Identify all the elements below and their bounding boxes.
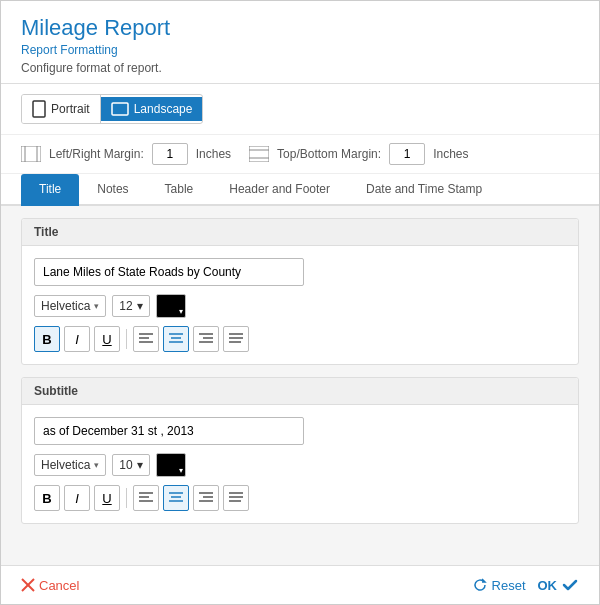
tab-title[interactable]: Title [21, 174, 79, 206]
title-text-input[interactable] [34, 258, 304, 286]
subtitle-style-divider [126, 488, 127, 508]
align-right-icon [199, 333, 213, 345]
subtitle-color-picker[interactable] [156, 453, 186, 477]
svg-rect-1 [112, 103, 128, 115]
title-section-header: Title [22, 219, 578, 246]
subtitle-font-select[interactable]: Helvetica ▾ [34, 454, 106, 476]
top-bottom-margin-input[interactable] [389, 143, 425, 165]
title-size-label: 12 [119, 299, 132, 313]
title-align-right-button[interactable] [193, 326, 219, 352]
subtitle-underline-button[interactable]: U [94, 485, 120, 511]
title-size-chevron: ▾ [137, 299, 143, 313]
tab-date-time-stamp[interactable]: Date and Time Stamp [348, 174, 500, 206]
align-justify-icon [229, 333, 243, 345]
ok-button[interactable]: OK [538, 576, 580, 594]
title-align-left-button[interactable] [133, 326, 159, 352]
left-right-margin-icon [21, 146, 41, 162]
left-right-margin-label: Left/Right Margin: [49, 147, 144, 161]
title-font-label: Helvetica [41, 299, 90, 313]
landscape-icon [111, 102, 129, 116]
cancel-label: Cancel [39, 578, 79, 593]
svg-rect-0 [33, 101, 45, 117]
ok-label: OK [538, 578, 558, 593]
subtitle-italic-button[interactable]: I [64, 485, 90, 511]
top-bottom-margin-unit: Inches [433, 147, 468, 161]
title-bold-button[interactable]: B [34, 326, 60, 352]
subtitle-size-select[interactable]: 10 ▾ [112, 454, 149, 476]
left-right-margin-input[interactable] [152, 143, 188, 165]
tab-table[interactable]: Table [147, 174, 212, 206]
subtitle-align-right-button[interactable] [193, 485, 219, 511]
tabs-bar: Title Notes Table Header and Footer Date… [1, 174, 599, 206]
title-font-chevron: ▾ [94, 301, 99, 311]
cancel-icon [21, 578, 35, 592]
portrait-button[interactable]: Portrait [22, 95, 101, 123]
title-format-row: Helvetica ▾ 12 ▾ [34, 294, 566, 318]
dialog-description: Configure format of report. [21, 61, 579, 75]
top-bottom-margin-icon [249, 146, 269, 162]
svg-rect-2 [21, 146, 41, 162]
ok-checkmark-icon [561, 576, 579, 594]
margins-section: Left/Right Margin: Inches Top/Bottom Mar… [1, 135, 599, 174]
subtitle-section-body: Helvetica ▾ 10 ▾ B I U [22, 405, 578, 523]
title-underline-button[interactable]: U [94, 326, 120, 352]
title-font-select[interactable]: Helvetica ▾ [34, 295, 106, 317]
sub-align-center-icon [169, 492, 183, 504]
reset-label: Reset [492, 578, 526, 593]
subtitle-format-row: Helvetica ▾ 10 ▾ [34, 453, 566, 477]
subtitle-section: Subtitle Helvetica ▾ 10 ▾ B I [21, 377, 579, 524]
subtitle-align-justify-button[interactable] [223, 485, 249, 511]
title-color-picker[interactable] [156, 294, 186, 318]
subtitle-size-chevron: ▾ [137, 458, 143, 472]
title-section: Title Helvetica ▾ 12 ▾ B I [21, 218, 579, 365]
title-style-divider [126, 329, 127, 349]
orientation-group: Portrait Landscape [21, 94, 203, 124]
subtitle-bold-button[interactable]: B [34, 485, 60, 511]
align-left-icon [139, 333, 153, 345]
title-style-row: B I U [34, 326, 566, 352]
landscape-button[interactable]: Landscape [101, 97, 203, 121]
reset-icon [472, 577, 488, 593]
dialog-title: Mileage Report [21, 15, 579, 41]
footer-left: Cancel [21, 578, 79, 593]
title-italic-button[interactable]: I [64, 326, 90, 352]
title-align-justify-button[interactable] [223, 326, 249, 352]
top-bottom-margin-label: Top/Bottom Margin: [277, 147, 381, 161]
title-align-center-button[interactable] [163, 326, 189, 352]
dialog-footer: Cancel Reset OK [1, 565, 599, 604]
title-size-select[interactable]: 12 ▾ [112, 295, 149, 317]
cancel-button[interactable]: Cancel [21, 578, 79, 593]
subtitle-align-center-button[interactable] [163, 485, 189, 511]
tab-notes[interactable]: Notes [79, 174, 146, 206]
left-right-margin-unit: Inches [196, 147, 231, 161]
subtitle-font-chevron: ▾ [94, 460, 99, 470]
svg-rect-5 [249, 146, 269, 162]
dialog: Mileage Report Report Formatting Configu… [0, 0, 600, 605]
subtitle-font-label: Helvetica [41, 458, 90, 472]
portrait-label: Portrait [51, 102, 90, 116]
dialog-header: Mileage Report Report Formatting Configu… [1, 1, 599, 84]
portrait-icon [32, 100, 46, 118]
tab-header-footer[interactable]: Header and Footer [211, 174, 348, 206]
sub-align-right-icon [199, 492, 213, 504]
subtitle-section-header: Subtitle [22, 378, 578, 405]
align-center-icon [169, 333, 183, 345]
subtitle-style-row: B I U [34, 485, 566, 511]
content-area: Title Helvetica ▾ 12 ▾ B I [1, 206, 599, 565]
subtitle-text-input[interactable] [34, 417, 304, 445]
reset-button[interactable]: Reset [472, 577, 526, 593]
title-section-body: Helvetica ▾ 12 ▾ B I U [22, 246, 578, 364]
sub-align-left-icon [139, 492, 153, 504]
landscape-label: Landscape [134, 102, 193, 116]
subtitle-align-left-button[interactable] [133, 485, 159, 511]
subtitle-size-label: 10 [119, 458, 132, 472]
sub-align-justify-icon [229, 492, 243, 504]
dialog-subtitle: Report Formatting [21, 43, 579, 57]
footer-right: Reset OK [472, 576, 579, 594]
orientation-toolbar: Portrait Landscape [1, 84, 599, 135]
